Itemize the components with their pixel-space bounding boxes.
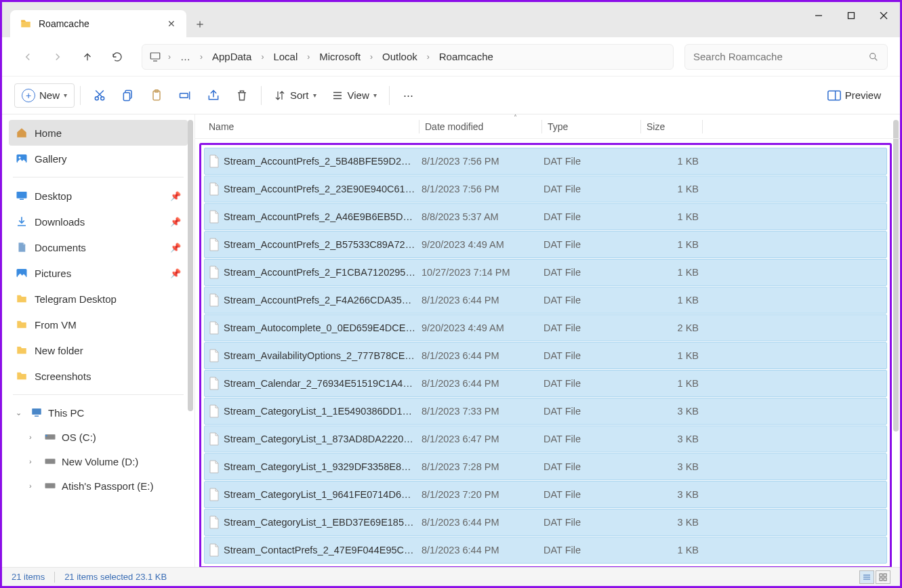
file-row[interactable]: Stream_CategoryList_1_873AD8DA2220E…8/1/… (204, 425, 887, 453)
window-tab[interactable]: Roamcache ✕ (10, 10, 186, 37)
chevron-right-icon: › (197, 52, 205, 62)
pin-icon: 📌 (170, 268, 181, 278)
breadcrumb-segment[interactable]: Outlook (380, 49, 420, 64)
file-date: 8/1/2023 7:33 PM (422, 406, 544, 417)
file-name: Stream_CategoryList_1_873AD8DA2220E… (224, 434, 422, 444)
breadcrumb-segment[interactable]: AppData (209, 49, 254, 64)
file-name: Stream_ContactPrefs_2_47E9F044E95CA0… (224, 545, 422, 555)
search-box[interactable] (684, 44, 888, 70)
svg-rect-1 (848, 13, 855, 19)
view-button[interactable]: View ▾ (325, 83, 384, 108)
chevron-right-icon: › (424, 52, 432, 62)
file-row[interactable]: Stream_CategoryList_1_9641FE0714D609…8/1… (204, 481, 887, 508)
column-date[interactable]: Date modified (419, 121, 541, 132)
file-type: DAT File (544, 267, 642, 278)
quick-newfolder[interactable]: New folder (9, 337, 188, 363)
chevron-down-icon: ▾ (64, 91, 67, 99)
file-size: 1 KB (642, 295, 703, 306)
search-input[interactable] (693, 51, 868, 62)
separator (389, 86, 390, 105)
quick-pictures[interactable]: Pictures📌 (9, 260, 188, 286)
column-name[interactable]: Name (209, 121, 419, 132)
file-date: 8/1/2023 6:44 PM (422, 350, 544, 361)
breadcrumb-segment[interactable]: Roamcache (436, 49, 496, 64)
file-name: Stream_Autocomplete_0_0ED659E4DCE5… (224, 322, 422, 333)
file-size: 1 KB (642, 184, 703, 194)
file-row[interactable]: Stream_AvailabilityOptions_2_777B78CE0…8… (204, 342, 887, 369)
refresh-button[interactable] (104, 43, 131, 70)
delete-button[interactable] (228, 83, 255, 108)
breadcrumb-overflow[interactable]: … (178, 49, 193, 64)
back-button[interactable] (14, 43, 41, 70)
sort-button[interactable]: Sort ▾ (267, 83, 323, 108)
file-row[interactable]: Stream_AccountPrefs_2_5B48BFE59D2DD…8/1/… (204, 148, 887, 175)
svg-rect-13 (123, 92, 129, 100)
file-row[interactable]: Stream_CategoryList_1_9329DF3358E801…8/1… (204, 453, 887, 480)
file-row[interactable]: Stream_Calendar_2_76934E51519C1A4EA…8/1/… (204, 370, 887, 397)
pin-icon: 📌 (170, 243, 181, 253)
file-type: DAT File (544, 239, 642, 250)
quick-screenshots[interactable]: Screenshots (9, 363, 188, 389)
nav-home[interactable]: Home (9, 120, 188, 146)
drive-c[interactable]: ›OS (C:) (9, 425, 188, 449)
svg-rect-39 (880, 578, 882, 581)
new-tab-button[interactable]: ＋ (186, 10, 213, 37)
thumbnails-view-button[interactable] (876, 570, 890, 584)
file-name: Stream_CategoryList_1_1E5490386DD152… (224, 406, 422, 417)
chevron-down-icon: ⌄ (16, 408, 25, 417)
file-type: DAT File (544, 350, 642, 361)
more-button[interactable]: ⋯ (395, 83, 422, 108)
file-row[interactable]: Stream_ContactPrefs_2_47E9F044E95CA0…8/1… (204, 537, 887, 564)
drive-e[interactable]: ›Atish's Passport (E:) (9, 474, 188, 498)
file-row[interactable]: Stream_AccountPrefs_2_B57533C89A728…9/20… (204, 231, 887, 258)
file-icon (205, 488, 224, 501)
cut-button[interactable] (86, 83, 113, 108)
address-bar[interactable]: › … › AppData › Local › Microsoft › Outl… (142, 44, 674, 70)
svg-rect-40 (884, 578, 886, 581)
content-scrollbar[interactable] (893, 120, 899, 432)
forward-button[interactable] (44, 43, 71, 70)
file-type: DAT File (544, 406, 642, 417)
pin-icon: 📌 (170, 217, 181, 227)
file-icon (205, 154, 224, 168)
minimize-button[interactable] (802, 2, 835, 29)
maximize-button[interactable] (835, 2, 867, 29)
file-row[interactable]: Stream_AccountPrefs_2_F4A266CDA355E…8/1/… (204, 287, 887, 314)
pictures-icon (16, 267, 28, 279)
documents-icon (16, 241, 28, 253)
copy-button[interactable] (115, 83, 142, 108)
breadcrumb-segment[interactable]: Local (270, 49, 300, 64)
file-row[interactable]: Stream_AccountPrefs_2_23E90E940C61A…8/1/… (204, 175, 887, 203)
new-button[interactable]: + New ▾ (14, 83, 75, 108)
column-type[interactable]: Type (542, 121, 640, 132)
sidebar-scrollbar[interactable] (188, 120, 193, 411)
column-size[interactable]: Size (641, 121, 702, 132)
selection-highlight: Stream_AccountPrefs_2_5B48BFE59D2DD…8/1/… (199, 143, 892, 567)
rename-button[interactable] (171, 83, 199, 108)
file-size: 1 KB (642, 378, 703, 389)
file-row[interactable]: Stream_CategoryList_1_EBD37E69E185B6…8/1… (204, 509, 887, 536)
preview-button[interactable]: Preview (821, 83, 888, 108)
quick-documents[interactable]: Documents📌 (9, 234, 188, 260)
drive-d[interactable]: ›New Volume (D:) (9, 449, 188, 474)
file-row[interactable]: Stream_Autocomplete_0_0ED659E4DCE5…9/20/… (204, 314, 887, 341)
file-name: Stream_CategoryList_1_EBD37E69E185B6… (224, 517, 422, 528)
file-row[interactable]: Stream_AccountPrefs_2_A46E9B6EB5DB2…8/8/… (204, 203, 887, 230)
details-view-button[interactable] (859, 570, 874, 584)
up-button[interactable] (74, 43, 101, 70)
close-window-button[interactable] (867, 2, 900, 29)
file-row[interactable]: Stream_CategoryList_1_1E5490386DD152…8/1… (204, 398, 887, 425)
quick-desktop[interactable]: Desktop📌 (9, 183, 188, 209)
quick-telegram[interactable]: Telegram Desktop (9, 286, 188, 312)
share-button[interactable] (200, 83, 227, 108)
nav-this-pc[interactable]: ⌄This PC (9, 400, 188, 425)
breadcrumb-segment[interactable]: Microsoft (316, 49, 363, 64)
nav-gallery[interactable]: Gallery (9, 146, 188, 171)
paste-button[interactable] (143, 83, 170, 108)
file-row[interactable]: Stream_AccountPrefs_2_F1CBA71202957…10/2… (204, 259, 887, 286)
drive-icon (44, 457, 56, 466)
quick-fromvm[interactable]: From VM (9, 312, 188, 337)
navigation-pane: Home Gallery Desktop📌 Downloads📌 Documen… (2, 114, 195, 567)
quick-downloads[interactable]: Downloads📌 (9, 209, 188, 234)
close-tab-button[interactable]: ✕ (166, 18, 177, 29)
